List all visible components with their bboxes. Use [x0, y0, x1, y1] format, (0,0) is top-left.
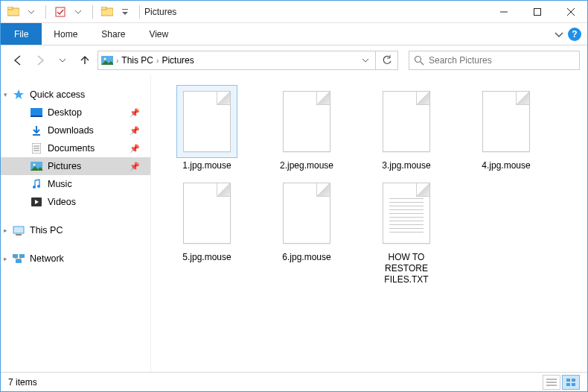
file-name: 3.jpg.mouse [382, 160, 430, 171]
pin-icon: 📌 [130, 144, 140, 154]
sidebar-item-documents[interactable]: Documents 📌 [1, 139, 150, 157]
quick-access-header[interactable]: ▾ Quick access [1, 86, 150, 104]
sidebar-this-pc-label: This PC [30, 225, 63, 235]
up-button[interactable] [75, 51, 95, 70]
ribbon: File Home Share View ? [1, 23, 587, 45]
tab-view[interactable]: View [137, 23, 180, 45]
file-name: 2.jpeg.mouse [280, 160, 333, 171]
title-bar: Pictures [1, 1, 587, 23]
svg-rect-15 [31, 116, 42, 117]
file-page-icon [283, 91, 330, 152]
file-item[interactable]: HOW TO RESTORE FILES.TXT [365, 177, 447, 285]
qat-dropdown-1[interactable] [23, 4, 39, 20]
navigation-bar: › This PC › Pictures [1, 45, 587, 75]
music-icon [31, 178, 42, 190]
content-area: ▾ Quick access Desktop 📌 Downloads 📌 Doc… [1, 75, 587, 372]
pictures-location-icon [101, 54, 113, 66]
chevron-right-icon[interactable]: › [156, 57, 159, 65]
help-button[interactable]: ? [568, 28, 581, 41]
this-pc-icon [13, 224, 25, 236]
svg-rect-37 [572, 379, 575, 382]
separator [92, 5, 93, 19]
sidebar-item-downloads[interactable]: Downloads 📌 [1, 121, 150, 139]
file-page-icon [183, 91, 231, 152]
file-thumbnail [277, 86, 336, 157]
file-item[interactable]: 4.jpg.mouse [465, 86, 547, 171]
file-item[interactable]: 6.jpg.mouse [266, 177, 348, 285]
file-name: 5.jpg.mouse [182, 252, 231, 263]
pictures-icon [31, 160, 42, 172]
sidebar-item-label: Desktop [48, 107, 82, 118]
sidebar-network[interactable]: ▸ Network [1, 250, 150, 268]
breadcrumb-this-pc[interactable]: This PC [121, 55, 153, 66]
ribbon-expand-icon[interactable] [555, 30, 563, 39]
chevron-right-icon[interactable]: ▸ [4, 255, 7, 262]
address-bar[interactable]: › This PC › Pictures [98, 51, 376, 70]
videos-icon [31, 196, 42, 208]
file-item[interactable]: 5.jpg.mouse [166, 177, 248, 285]
back-button[interactable] [8, 51, 28, 70]
file-page-icon [383, 91, 430, 152]
svg-rect-30 [16, 259, 22, 263]
file-name: 6.jpg.mouse [282, 252, 330, 263]
address-dropdown[interactable] [359, 57, 372, 64]
search-input[interactable] [429, 55, 575, 66]
file-item[interactable]: 1.jpg.mouse [166, 86, 248, 171]
file-page-icon [183, 183, 231, 244]
svg-rect-27 [16, 234, 22, 235]
svg-rect-28 [13, 254, 18, 258]
tab-home[interactable]: Home [42, 23, 89, 45]
sidebar-item-label: Music [48, 179, 72, 189]
breadcrumb-pictures[interactable]: Pictures [162, 55, 194, 66]
qat-dropdown-2[interactable] [70, 4, 86, 20]
sidebar-item-desktop[interactable]: Desktop 📌 [1, 104, 150, 121]
refresh-button[interactable] [376, 51, 398, 70]
documents-icon [31, 142, 42, 154]
file-thumbnail [177, 86, 237, 157]
search-box[interactable] [409, 51, 580, 70]
chevron-right-icon[interactable]: › [116, 57, 118, 65]
properties-icon[interactable] [52, 4, 68, 20]
file-item[interactable]: 3.jpg.mouse [365, 86, 447, 171]
quick-access-toolbar [1, 4, 144, 20]
sidebar-item-music[interactable]: Music [1, 175, 150, 193]
svg-line-13 [421, 62, 424, 65]
svg-rect-1 [7, 7, 13, 10]
thumbnails-view-button[interactable] [562, 375, 580, 390]
file-page-icon [383, 183, 430, 244]
svg-rect-14 [31, 108, 42, 116]
details-view-button[interactable] [543, 375, 560, 390]
forward-button[interactable] [31, 51, 50, 70]
pin-icon: 📌 [130, 162, 140, 171]
qat-customize-dropdown[interactable] [117, 4, 133, 20]
file-name: 4.jpg.mouse [482, 160, 530, 171]
close-button[interactable] [554, 1, 587, 23]
file-thumbnail [476, 86, 536, 157]
star-icon [13, 89, 25, 101]
file-tab[interactable]: File [1, 23, 42, 45]
chevron-right-icon[interactable]: ▸ [4, 227, 7, 234]
sidebar-item-videos[interactable]: Videos [1, 193, 150, 211]
svg-rect-39 [572, 383, 575, 386]
sidebar-this-pc[interactable]: ▸ This PC [1, 221, 150, 239]
recent-locations-dropdown[interactable] [53, 51, 72, 70]
file-item[interactable]: 2.jpeg.mouse [266, 86, 348, 171]
sidebar-item-label: Pictures [48, 161, 81, 171]
maximize-button[interactable] [520, 1, 554, 23]
svg-point-12 [415, 57, 421, 63]
network-icon [13, 253, 25, 265]
files-pane[interactable]: 1.jpg.mouse2.jpeg.mouse3.jpg.mouse4.jpg.… [151, 75, 587, 372]
file-name: 1.jpg.mouse [182, 160, 231, 171]
tab-share[interactable]: Share [89, 23, 137, 45]
folder-icon [99, 4, 115, 20]
file-thumbnail [277, 177, 336, 249]
svg-line-31 [15, 258, 19, 259]
svg-point-22 [33, 164, 36, 166]
file-page-icon [283, 183, 330, 244]
file-page-icon [482, 91, 530, 152]
minimize-button[interactable] [487, 1, 520, 23]
chevron-down-icon[interactable]: ▾ [4, 91, 7, 98]
pin-icon: 📌 [130, 126, 140, 136]
sidebar-item-pictures[interactable]: Pictures 📌 [1, 157, 150, 175]
explorer-icon[interactable] [5, 4, 22, 20]
